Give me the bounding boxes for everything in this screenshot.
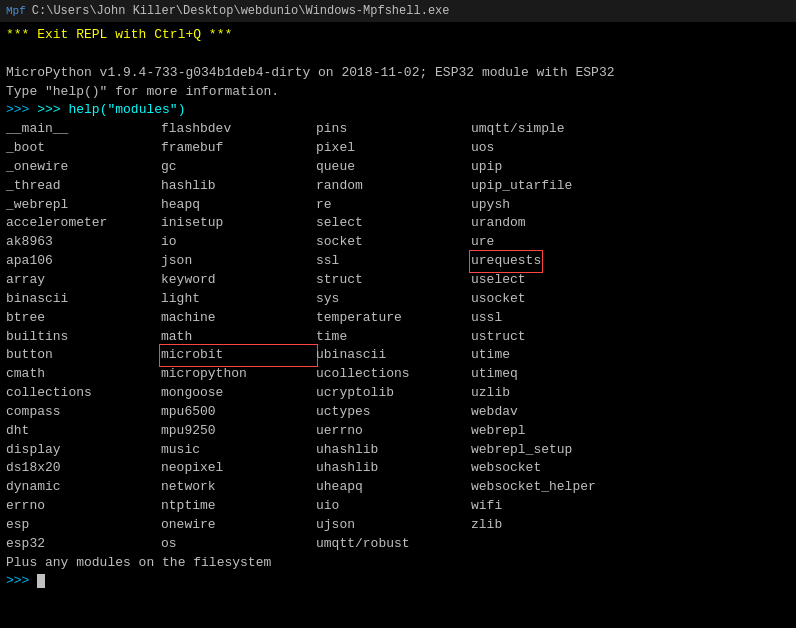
- module-cell: json: [161, 252, 316, 271]
- blank-line: [6, 45, 790, 64]
- module-cell: inisetup: [161, 214, 316, 233]
- module-cell: network: [161, 478, 316, 497]
- module-cell: esp32: [6, 535, 161, 554]
- module-cell: webrepl_setup: [471, 441, 572, 460]
- module-cell: queue: [316, 158, 471, 177]
- module-cell: ussl: [471, 309, 502, 328]
- modules-row-12: buttonmicrobitubinasciiutime: [6, 346, 790, 365]
- module-cell: uos: [471, 139, 494, 158]
- module-cell: webrepl: [471, 422, 526, 441]
- app-icon: Mpf: [6, 5, 26, 17]
- module-cell: mpu9250: [161, 422, 316, 441]
- module-cell: sys: [316, 290, 471, 309]
- module-cell: upip_utarfile: [471, 177, 572, 196]
- modules-row-0: __main__flashbdevpinsumqtt/simple: [6, 120, 790, 139]
- modules-row-19: dynamicnetworkuheapqwebsocket_helper: [6, 478, 790, 497]
- modules-row-1: _bootframebufpixeluos: [6, 139, 790, 158]
- modules-row-9: binasciilightsysusocket: [6, 290, 790, 309]
- module-cell: math: [161, 328, 316, 347]
- modules-row-22: esp32osumqtt/robust: [6, 535, 790, 554]
- module-cell: temperature: [316, 309, 471, 328]
- module-cell: ds18x20: [6, 459, 161, 478]
- module-cell: button: [6, 346, 161, 365]
- module-cell: _boot: [6, 139, 161, 158]
- modules-row-20: errnontptimeuiowifi: [6, 497, 790, 516]
- module-cell: _thread: [6, 177, 161, 196]
- module-cell: utime: [471, 346, 510, 365]
- module-cell: uhashlib: [316, 441, 471, 460]
- module-cell: accelerometer: [6, 214, 161, 233]
- module-cell: esp: [6, 516, 161, 535]
- module-cell: ucryptolib: [316, 384, 471, 403]
- module-cell: uzlib: [471, 384, 510, 403]
- module-cell: microbit: [161, 346, 316, 365]
- module-cell: zlib: [471, 516, 502, 535]
- module-cell: select: [316, 214, 471, 233]
- module-cell: builtins: [6, 328, 161, 347]
- module-cell: neopixel: [161, 459, 316, 478]
- module-cell: urequests: [471, 252, 541, 271]
- module-cell: binascii: [6, 290, 161, 309]
- module-cell: gc: [161, 158, 316, 177]
- module-cell: socket: [316, 233, 471, 252]
- module-cell: uheapq: [316, 478, 471, 497]
- module-cell: mpu6500: [161, 403, 316, 422]
- modules-row-2: _onewiregcqueueupip: [6, 158, 790, 177]
- module-cell: uhashlib: [316, 459, 471, 478]
- module-cell: wifi: [471, 497, 502, 516]
- modules-row-11: builtinsmathtimeustruct: [6, 328, 790, 347]
- module-cell: os: [161, 535, 316, 554]
- module-cell: music: [161, 441, 316, 460]
- module-cell: framebuf: [161, 139, 316, 158]
- module-cell: ubinascii: [316, 346, 471, 365]
- module-cell: cmath: [6, 365, 161, 384]
- module-cell: dynamic: [6, 478, 161, 497]
- module-cell: dht: [6, 422, 161, 441]
- module-cell: ucollections: [316, 365, 471, 384]
- module-cell: upysh: [471, 196, 510, 215]
- modules-table: __main__flashbdevpinsumqtt/simple_bootfr…: [6, 120, 790, 553]
- final-prompt-line: >>>: [6, 572, 790, 591]
- module-cell: umqtt/simple: [471, 120, 565, 139]
- module-cell: display: [6, 441, 161, 460]
- module-cell: random: [316, 177, 471, 196]
- module-cell: uerrno: [316, 422, 471, 441]
- module-cell: re: [316, 196, 471, 215]
- prompt-symbol: >>>: [6, 573, 37, 588]
- module-cell: ssl: [316, 252, 471, 271]
- version-line: MicroPython v1.9.4-733-g034b1deb4-dirty …: [6, 64, 790, 83]
- module-cell: websocket_helper: [471, 478, 596, 497]
- modules-row-10: btreemachinetemperatureussl: [6, 309, 790, 328]
- modules-row-16: dhtmpu9250uerrnowebrepl: [6, 422, 790, 441]
- module-cell: apa106: [6, 252, 161, 271]
- title-bar: Mpf C:\Users\John Killer\Desktop\webduni…: [0, 0, 796, 22]
- modules-row-21: esponewireujsonzlib: [6, 516, 790, 535]
- module-cell: uselect: [471, 271, 526, 290]
- module-cell: pixel: [316, 139, 471, 158]
- modules-row-5: accelerometerinisetupselecturandom: [6, 214, 790, 233]
- module-cell: collections: [6, 384, 161, 403]
- modules-row-7: apa106jsonsslurequests: [6, 252, 790, 271]
- module-cell: utimeq: [471, 365, 518, 384]
- module-cell: compass: [6, 403, 161, 422]
- terminal[interactable]: *** Exit REPL with Ctrl+Q *** MicroPytho…: [0, 22, 796, 628]
- module-cell: mongoose: [161, 384, 316, 403]
- module-cell: ure: [471, 233, 494, 252]
- module-cell: ujson: [316, 516, 471, 535]
- modules-row-8: arraykeywordstructuselect: [6, 271, 790, 290]
- module-cell: time: [316, 328, 471, 347]
- modules-row-13: cmathmicropythonucollectionsutimeq: [6, 365, 790, 384]
- modules-row-15: compassmpu6500uctypeswebdav: [6, 403, 790, 422]
- module-cell: machine: [161, 309, 316, 328]
- module-cell: uio: [316, 497, 471, 516]
- module-cell: ustruct: [471, 328, 526, 347]
- module-cell: io: [161, 233, 316, 252]
- module-cell: websocket: [471, 459, 541, 478]
- type-line: Type "help()" for more information.: [6, 83, 790, 102]
- module-cell: ak8963: [6, 233, 161, 252]
- module-cell: _onewire: [6, 158, 161, 177]
- modules-row-17: displaymusicuhashlibwebrepl_setup: [6, 441, 790, 460]
- module-cell: umqtt/robust: [316, 535, 471, 554]
- module-cell: array: [6, 271, 161, 290]
- module-cell: ntptime: [161, 497, 316, 516]
